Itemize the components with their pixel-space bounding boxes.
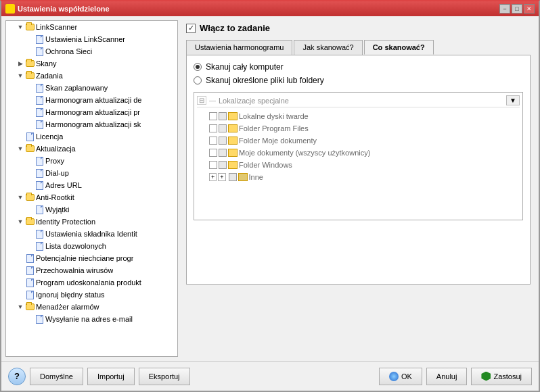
tree-node-zadania[interactable]: ▼ Zadania: [6, 70, 177, 82]
tree-node-menadzer-alarmow[interactable]: ▼ Menadżer alarmów: [6, 301, 177, 313]
radio-okreslone-pliki-circle[interactable]: [194, 76, 202, 84]
loc-checkbox[interactable]: [229, 173, 237, 181]
loc-item-program-files[interactable]: Folder Program Files: [197, 122, 520, 134]
locations-container: ⊟ — Lokalizacje specjalne ▼ Lokalne dysk…: [194, 92, 523, 220]
loc-expander[interactable]: [209, 161, 217, 169]
loc-item-lokalne-dyski[interactable]: Lokalne dyski twarde: [197, 110, 520, 122]
eksportuj-button[interactable]: Eksportuj: [139, 368, 190, 385]
expander-aktualizacja[interactable]: ▼: [16, 144, 25, 153]
tree-label-program-udoskonalania: Program udoskonalania produkt: [36, 278, 141, 287]
tree-node-ustawienia-skladnika[interactable]: Ustawienia składnika Identit: [6, 228, 177, 240]
tree-node-ochrona-sieci[interactable]: Ochrona Sieci: [6, 45, 177, 57]
importuj-button[interactable]: Importuj: [87, 368, 135, 385]
main-content: ▼ LinkScanner Ustawienia LinkScanner Och…: [1, 16, 539, 361]
loc-item-moje-dokumenty[interactable]: Folder Moje dokumenty: [197, 134, 520, 147]
doc-icon: [25, 290, 35, 299]
loc-expander-inne2[interactable]: +: [218, 173, 225, 181]
help-button[interactable]: ?: [8, 368, 26, 385]
radio-caly-komputer-circle[interactable]: [194, 63, 202, 71]
expander-empty: [16, 253, 25, 263]
tree-label-lista-dozwolonych: Lista dozwolonych: [45, 242, 106, 250]
window-title: Ustawienia współdzielone: [18, 5, 497, 13]
right-panel: Włącz to zadanie Ustawienia harmonogramu…: [178, 16, 539, 361]
loc-item-folder-windows[interactable]: Folder Windows: [197, 159, 520, 171]
tree-node-harmonogram-1[interactable]: Harmonogram aktualizacji de: [6, 94, 177, 106]
expander-skany[interactable]: ▶: [16, 59, 25, 68]
radio-okreslone-pliki[interactable]: Skanuj określone pliki lub foldery: [194, 76, 523, 85]
loc-expander[interactable]: [209, 137, 217, 145]
locations-expand-btn[interactable]: ⊟: [197, 96, 206, 105]
close-button[interactable]: ✕: [524, 4, 535, 14]
enable-checkbox[interactable]: [186, 24, 196, 33]
folder-icon: [25, 193, 35, 202]
doc-icon: [25, 253, 35, 263]
loc-item-inne[interactable]: + + Inne: [197, 171, 520, 183]
anuluj-button[interactable]: Anuluj: [426, 368, 468, 385]
expander-anti-rootkit[interactable]: ▼: [16, 193, 25, 202]
app-icon: [5, 4, 15, 14]
tree-label-wysylanie: Wysyłanie na adres e-mail: [45, 315, 133, 323]
tree-node-potencjalnie[interactable]: Potencjalnie niechciane progr: [6, 252, 177, 264]
radio-caly-komputer[interactable]: Skanuj cały komputer: [194, 62, 523, 72]
loc-expander[interactable]: [209, 124, 217, 132]
tree-node-licencja[interactable]: Licencja: [6, 130, 177, 143]
tree-label-licencja: Licencja: [36, 132, 63, 141]
titlebar: Ustawienia współdzielone − □ ✕: [1, 1, 539, 16]
tree-label-przechowalnia: Przechowalnia wirusów: [36, 266, 113, 274]
doc-icon: [35, 120, 44, 129]
tree-node-ignoruj-bledny[interactable]: Ignoruj błędny status: [6, 289, 177, 301]
tree-node-anti-rootkit[interactable]: ▼ Anti-Rootkit: [6, 191, 177, 203]
loc-checkbox[interactable]: [219, 124, 227, 132]
doc-icon: [25, 132, 35, 141]
loc-checkbox[interactable]: [219, 137, 227, 145]
loc-expander[interactable]: [209, 112, 217, 120]
expander-menadzer[interactable]: ▼: [16, 302, 25, 312]
locations-expander-line: —: [209, 97, 216, 104]
tree-node-linkscanner[interactable]: ▼ LinkScanner: [6, 21, 177, 33]
loc-expander[interactable]: [209, 149, 217, 157]
locations-header-label: Lokalizacje specjalne: [219, 97, 289, 105]
expander-empty: [16, 290, 25, 299]
tree-node-ustawienia-linkscanner[interactable]: Ustawienia LinkScanner: [6, 33, 177, 45]
maximize-button[interactable]: □: [512, 4, 522, 14]
tree-node-skany[interactable]: ▶ Skany: [6, 57, 177, 70]
ok-button[interactable]: OK: [379, 368, 422, 385]
tree-label-proxy: Proxy: [45, 157, 64, 165]
tree-node-dial-up[interactable]: Dial-up: [6, 167, 177, 179]
tab-jak-skanowac[interactable]: Jak skanować?: [294, 40, 362, 55]
loc-item-moje-dokumenty-wszyscy[interactable]: Moje dokumenty (wszyscy użytkownicy): [197, 147, 520, 159]
tree-node-wysylanie[interactable]: Wysyłanie na adres e-mail: [6, 313, 177, 325]
tree-node-adres-url[interactable]: Adres URL: [6, 179, 177, 191]
tree-node-przechowalnia[interactable]: Przechowalnia wirusów: [6, 264, 177, 276]
minimize-button[interactable]: −: [499, 4, 510, 14]
locations-dropdown-btn[interactable]: ▼: [506, 95, 520, 105]
tree-node-skan-zaplanowany[interactable]: Skan zaplanowany: [6, 82, 177, 94]
loc-checkbox[interactable]: [219, 149, 227, 157]
expander-empty: [25, 241, 35, 251]
tab-harmonogram[interactable]: Ustawienia harmonogramu: [186, 40, 292, 55]
domyslne-button[interactable]: Domyślne: [30, 368, 83, 385]
zastosuj-button[interactable]: Zastosuj: [471, 368, 532, 385]
expander-zadania[interactable]: ▼: [16, 71, 25, 80]
tree-node-proxy[interactable]: Proxy: [6, 155, 177, 167]
expander-linkscanner[interactable]: ▼: [16, 22, 25, 32]
tree-node-lista-dozwolonych[interactable]: Lista dozwolonych: [6, 240, 177, 252]
doc-icon: [35, 168, 44, 178]
tree-node-identity-protection[interactable]: ▼ Identity Protection: [6, 216, 177, 228]
expander-empty: [25, 229, 35, 239]
tree-label-harmonogram-2: Harmonogram aktualizacji pr: [45, 108, 140, 116]
expander-identity[interactable]: ▼: [16, 217, 25, 226]
loc-checkbox[interactable]: [219, 161, 227, 169]
tab-co-skanowac[interactable]: Co skanować?: [364, 40, 434, 55]
tree-node-harmonogram-2[interactable]: Harmonogram aktualizacji pr: [6, 106, 177, 118]
tree-node-harmonogram-3[interactable]: Harmonogram aktualizacji sk: [6, 118, 177, 130]
expander-empty: [25, 205, 35, 214]
doc-icon: [35, 205, 44, 214]
tree-node-wyjatki[interactable]: Wyjątki: [6, 203, 177, 216]
loc-expander-inne[interactable]: +: [209, 173, 217, 181]
tree-node-program-udoskonalania[interactable]: Program udoskonalania produkt: [6, 276, 177, 289]
expander-empty: [25, 47, 35, 56]
tree-node-aktualizacja[interactable]: ▼ Aktualizacja: [6, 143, 177, 155]
tree-label-linkscanner: LinkScanner: [36, 23, 77, 31]
loc-checkbox[interactable]: [219, 112, 227, 120]
